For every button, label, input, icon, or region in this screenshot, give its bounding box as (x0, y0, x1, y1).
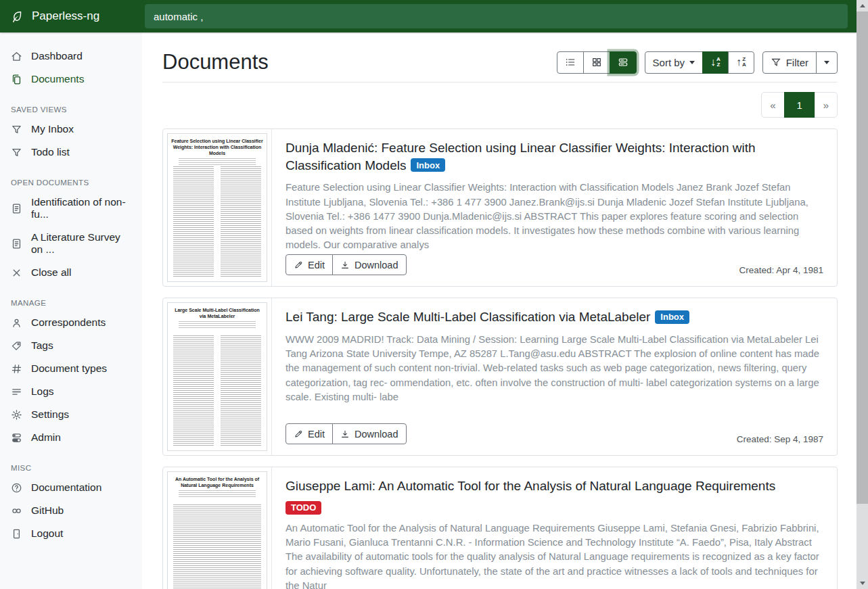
sidebar-item-label: Document types (31, 362, 107, 375)
document-card: Large Scale Multi-Label Classification v… (162, 298, 838, 456)
sidebar-item-label: Todo list (31, 146, 70, 158)
tag-icon (11, 340, 22, 352)
document-card: An Automatic Tool for the Analysis of Na… (162, 467, 838, 589)
sidebar-item-label: Documents (31, 73, 84, 85)
sidebar-item-logout[interactable]: Logout (0, 522, 142, 545)
sidebar-item-documentation[interactable]: Documentation (0, 476, 142, 499)
sidebar-item-close-all[interactable]: Close all (0, 261, 142, 284)
document-footer: EditDownloadCreated: Sep 4, 1987 (285, 423, 823, 444)
sidebar-section-heading: MANAGE (0, 299, 142, 307)
sidebar-item-label: Identification of non-fu... (31, 196, 131, 220)
edit-label: Edit (308, 429, 325, 440)
thumbnail-text-lines (173, 504, 261, 589)
logs-icon (11, 386, 22, 398)
search-input[interactable] (145, 4, 848, 28)
scroll-up-icon (860, 4, 865, 7)
edit-label: Edit (308, 260, 325, 270)
sidebar-item-label: Correspondents (31, 316, 106, 329)
sidebar-item-settings[interactable]: Settings (0, 403, 142, 426)
filter-button[interactable]: Filter (762, 51, 817, 74)
list-view-icon (565, 57, 576, 68)
hash-icon (11, 363, 22, 375)
sidebar-item-identification-of-non-fu[interactable]: Identification of non-fu... (0, 191, 142, 226)
document-thumbnail[interactable]: An Automatic Tool for the Analysis of Na… (163, 467, 272, 589)
scrollbar-up-button[interactable] (856, 0, 868, 11)
document-card: Feature Selection using Linear Classifie… (162, 128, 838, 287)
filter-dropdown-button[interactable] (816, 51, 838, 74)
scroll-down-icon (860, 582, 865, 585)
thumbnail-page: An Automatic Tool for the Analysis of Na… (167, 471, 267, 589)
thumbnail-text-lines (173, 166, 261, 277)
download-icon (340, 260, 350, 270)
sidebar-item-my-inbox[interactable]: My Inbox (0, 118, 142, 141)
thumbnail-page: Large Scale Multi-Label Classification v… (167, 302, 267, 451)
tag-badge[interactable]: TODO (285, 501, 321, 515)
sidebar-item-correspondents[interactable]: Correspondents (0, 311, 142, 334)
created-date: Created: Sep 4, 1987 (737, 434, 823, 444)
edit-button[interactable]: Edit (285, 423, 333, 444)
sidebar-nav: DashboardDocumentsSAVED VIEWSMy InboxTod… (0, 45, 142, 545)
document-title[interactable]: Giuseppe Lami: An Automatic Tool for the… (285, 477, 823, 515)
sidebar-item-logs[interactable]: Logs (0, 380, 142, 403)
sidebar-section-heading: OPEN DOCUMENTS (0, 179, 142, 187)
document-excerpt: An Automatic Tool for the Analysis of Na… (285, 521, 823, 589)
detail-view-button[interactable] (610, 51, 637, 74)
sort-alpha-down-button[interactable]: ↓AZ (702, 51, 729, 74)
sidebar-item-github[interactable]: GitHub (0, 499, 142, 522)
download-label: Download (355, 429, 398, 440)
sidebar-item-label: Settings (31, 408, 69, 421)
tag-badge[interactable]: Inbox (411, 158, 445, 172)
pagination-next-button[interactable]: » (815, 92, 838, 118)
scrollbar-thumb[interactable] (856, 11, 868, 504)
pagination-page-1-button[interactable]: 1 (784, 92, 815, 118)
document-footer: EditDownloadCreated: Apr 4, 1981 (285, 254, 823, 275)
list-view-button[interactable] (557, 51, 584, 74)
download-button[interactable]: Download (332, 254, 407, 275)
thumbnail-authors-lines (179, 490, 256, 498)
download-button[interactable]: Download (332, 423, 407, 444)
sidebar-item-dashboard[interactable]: Dashboard (0, 45, 142, 68)
document-title[interactable]: Lei Tang: Large Scale Multi-Label Classi… (285, 308, 823, 326)
top-navbar: Paperless-ng (0, 0, 856, 32)
sidebar-item-tags[interactable]: Tags (0, 334, 142, 357)
edit-button[interactable]: Edit (285, 254, 333, 275)
sort-by-label: Sort by (653, 57, 685, 68)
filter-label: Filter (786, 57, 808, 68)
sidebar-item-a-literature-survey-on[interactable]: A Literature Survey on ... (0, 226, 142, 261)
window-scrollbar[interactable] (856, 0, 868, 589)
document-body: Lei Tang: Large Scale Multi-Label Classi… (272, 298, 837, 455)
download-icon (340, 429, 350, 439)
filter-group: Filter (762, 51, 838, 74)
divider (162, 82, 838, 83)
document-thumbnail[interactable]: Feature Selection using Linear Classifie… (163, 129, 272, 286)
view-toggle-group (557, 51, 637, 74)
sidebar-item-label: My Inbox (31, 123, 74, 135)
sidebar-item-admin[interactable]: Admin (0, 426, 142, 449)
grid-view-button[interactable] (583, 51, 610, 74)
document-excerpt: Feature Selection using Linear Classifie… (285, 181, 823, 252)
sidebar-item-documents[interactable]: Documents (0, 68, 142, 91)
scrollbar-down-button[interactable] (856, 578, 868, 589)
document-body: Giuseppe Lami: An Automatic Tool for the… (272, 467, 837, 589)
sort-by-button[interactable]: Sort by (645, 51, 704, 74)
brand[interactable]: Paperless-ng (0, 9, 142, 24)
home-icon (11, 51, 22, 62)
question-icon (11, 482, 22, 494)
sidebar-item-document-types[interactable]: Document types (0, 357, 142, 380)
created-date: Created: Apr 4, 1981 (739, 265, 823, 275)
document-excerpt: WWW 2009 MADRID! Track: Data Mining / Se… (285, 333, 823, 404)
sidebar-item-todo-list[interactable]: Todo list (0, 141, 142, 164)
pagination-prev-button[interactable]: « (761, 92, 784, 118)
tag-badge[interactable]: Inbox (655, 310, 689, 324)
sort-alpha-down-icon: ↓AZ (710, 56, 721, 68)
document-thumbnail[interactable]: Large Scale Multi-Label Classification v… (163, 298, 272, 455)
document-title[interactable]: Dunja Mladenić: Feature Selection using … (285, 139, 823, 174)
pencil-icon (294, 260, 303, 270)
sidebar-item-label: Logs (31, 385, 54, 398)
sidebar-item-label: GitHub (31, 504, 64, 517)
toolbar: Sort by ↓AZ↑ZA Filter (557, 51, 838, 74)
sort-alpha-up-button[interactable]: ↑ZA (728, 51, 754, 74)
chevron-down-icon (689, 61, 695, 64)
sidebar-item-label: Documentation (31, 481, 101, 494)
thumbnail-page: Feature Selection using Linear Classifie… (167, 133, 267, 282)
